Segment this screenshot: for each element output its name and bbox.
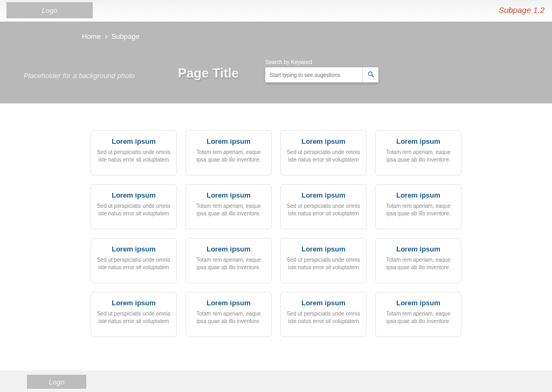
card-title: Lorem ipsum <box>96 137 171 145</box>
card-title: Lorem ipsum <box>381 245 456 253</box>
card-title: Lorem ipsum <box>381 137 456 145</box>
card-title: Lorem ipsum <box>381 191 456 199</box>
card-body: Sed ut perspiciatis unde omnis iste natu… <box>96 310 171 325</box>
card-body: Sed ut perspiciatis unde omnis iste natu… <box>286 149 361 163</box>
content-card[interactable]: Lorem ipsumSed ut perspiciatis unde omni… <box>280 184 367 229</box>
content-card[interactable]: Lorem ipsumTotam rem aperiam, eaque ipsa… <box>185 292 272 337</box>
content-card[interactable]: Lorem ipsumSed ut perspiciatis unde omni… <box>91 130 177 176</box>
card-title: Lorem ipsum <box>191 299 266 307</box>
card-title: Lorem ipsum <box>286 137 361 145</box>
card-body: Totam rem aperiam, eaque ipsa quae ab il… <box>191 256 266 271</box>
hero-banner: Home Subpage Placeholder for a backgroun… <box>0 22 552 103</box>
card-title: Lorem ipsum <box>96 299 171 307</box>
content-card[interactable]: Lorem ipsumSed ut perspiciatis unde omni… <box>280 238 367 283</box>
content-card[interactable]: Lorem ipsumTotam rem aperiam, eaque ipsa… <box>185 238 272 283</box>
content-card[interactable]: Lorem ipsumSed ut perspiciatis unde omni… <box>91 184 177 229</box>
card-body: Sed ut perspiciatis unde omnis iste natu… <box>286 310 361 325</box>
card-body: Totam rem aperiam, eaque ipsa quae ab il… <box>191 202 266 217</box>
page-title: Page Title <box>178 66 239 81</box>
card-grid: Lorem ipsumSed ut perspiciatis unde omni… <box>91 130 461 337</box>
card-title: Lorem ipsum <box>286 299 361 307</box>
logo[interactable]: Logo <box>6 2 93 18</box>
footer: Logo <box>0 370 552 392</box>
chevron-right-icon <box>104 32 108 40</box>
breadcrumb: Home Subpage <box>82 32 140 40</box>
logo-text: Logo <box>42 6 58 15</box>
content-card[interactable]: Lorem ipsumTotam rem aperiam, eaque ipsa… <box>375 130 461 176</box>
card-body: Totam rem aperiam, eaque ipsa quae ab il… <box>381 202 456 217</box>
search-button[interactable] <box>362 67 378 82</box>
card-body: Sed ut perspiciatis unde omnis iste natu… <box>286 256 361 271</box>
topbar: Logo Subpage 1.2 <box>0 0 552 22</box>
search-icon <box>367 71 375 80</box>
content-card[interactable]: Lorem ipsumSed ut perspiciatis unde omni… <box>280 292 367 337</box>
content-card[interactable]: Lorem ipsumSed ut perspiciatis unde omni… <box>91 238 177 283</box>
content-card[interactable]: Lorem ipsumTotam rem aperiam, eaque ipsa… <box>375 184 461 229</box>
content-card[interactable]: Lorem ipsumTotam rem aperiam, eaque ipsa… <box>185 184 272 229</box>
content-card[interactable]: Lorem ipsumSed ut perspiciatis unde omni… <box>91 292 177 337</box>
card-title: Lorem ipsum <box>96 245 171 253</box>
card-title: Lorem ipsum <box>191 137 266 145</box>
breadcrumb-home[interactable]: Home <box>82 32 101 40</box>
search-block: Search by Keyword <box>265 59 378 82</box>
svg-point-0 <box>368 72 372 75</box>
footer-logo-text: Logo <box>49 378 65 386</box>
card-title: Lorem ipsum <box>286 245 361 253</box>
card-title: Lorem ipsum <box>286 191 361 199</box>
content-card[interactable]: Lorem ipsumTotam rem aperiam, eaque ipsa… <box>185 130 272 176</box>
search-label: Search by Keyword <box>265 59 378 65</box>
card-body: Totam rem aperiam, eaque ipsa quae ab il… <box>381 256 456 271</box>
svg-line-1 <box>371 75 374 77</box>
card-body: Sed ut perspiciatis unde omnis iste natu… <box>96 202 171 217</box>
card-title: Lorem ipsum <box>96 191 171 199</box>
footer-logo[interactable]: Logo <box>27 375 86 389</box>
card-title: Lorem ipsum <box>381 299 456 307</box>
card-body: Sed ut perspiciatis unde omnis iste natu… <box>286 202 361 217</box>
card-body: Totam rem aperiam, eaque ipsa quae ab il… <box>191 149 266 163</box>
content-card[interactable]: Lorem ipsumSed ut perspiciatis unde omni… <box>280 130 367 176</box>
card-body: Totam rem aperiam, eaque ipsa quae ab il… <box>381 310 456 325</box>
breadcrumb-current: Subpage <box>112 32 140 40</box>
search-box <box>265 67 378 82</box>
page-version-label: Subpage 1.2 <box>499 5 544 15</box>
card-body: Totam rem aperiam, eaque ipsa quae ab il… <box>381 149 456 163</box>
card-body: Totam rem aperiam, eaque ipsa quae ab il… <box>191 310 266 325</box>
content-card[interactable]: Lorem ipsumTotam rem aperiam, eaque ipsa… <box>375 292 461 337</box>
card-body: Sed ut perspiciatis unde omnis iste natu… <box>96 149 171 163</box>
card-title: Lorem ipsum <box>191 191 266 199</box>
card-title: Lorem ipsum <box>191 245 266 253</box>
hero-bg-placeholder: Placeholder for a background photo <box>24 72 135 80</box>
search-input[interactable] <box>265 67 362 82</box>
card-body: Sed ut perspiciatis unde omnis iste natu… <box>96 256 171 271</box>
content-card[interactable]: Lorem ipsumTotam rem aperiam, eaque ipsa… <box>375 238 461 283</box>
